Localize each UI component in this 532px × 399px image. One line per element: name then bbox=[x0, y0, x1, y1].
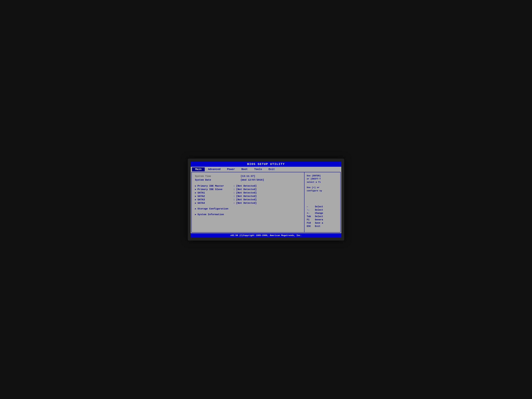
arrow-sata3: ► bbox=[195, 198, 196, 201]
key-f10: F10 bbox=[307, 222, 315, 224]
key-row-plusminus: +- Change bbox=[307, 212, 338, 215]
sata2-label: SATA2 bbox=[197, 195, 233, 198]
sata2-value: [Not Detected] bbox=[236, 195, 257, 198]
sata3-label: SATA3 bbox=[197, 198, 233, 201]
arrow-sata1: ► bbox=[195, 192, 196, 194]
system-date-value[interactable]: [Wed 12/07/2016] bbox=[241, 179, 264, 181]
bios-title: BIOS SETUP UTILITY bbox=[247, 163, 285, 166]
menu-item-boot[interactable]: Boot bbox=[238, 167, 251, 171]
system-time-label: System Time bbox=[195, 175, 241, 178]
system-date-row: System Date [Wed 12/07/2016] bbox=[195, 179, 301, 181]
key-desc-arrows-ud: Select bbox=[315, 209, 323, 211]
sata1-row[interactable]: ► SATA1 : [Not Detected] bbox=[195, 191, 301, 194]
primary-ide-slave-row[interactable]: ► Primary IDE Slave : [Not Detected] bbox=[195, 188, 301, 191]
menu-item-exit[interactable]: Exit bbox=[265, 167, 278, 171]
footer-text: v02.58 (C)Copyright 1985-2009, American … bbox=[230, 234, 302, 237]
left-panel: System Time [13:11:37] System Date [Wed … bbox=[192, 172, 304, 232]
storage-config-row[interactable]: ► Storage Configuration bbox=[195, 208, 301, 210]
system-date-label: System Date bbox=[195, 179, 241, 181]
key-row-tab: Tab Select bbox=[307, 215, 338, 218]
primary-ide-slave-value: [Not Detected] bbox=[236, 188, 257, 191]
sata3-value: [Not Detected] bbox=[236, 198, 257, 201]
key-desc-tab: Select bbox=[315, 215, 323, 218]
main-layout: System Time [13:11:37] System Date [Wed … bbox=[191, 172, 341, 233]
key-row-esc: ESC Exit bbox=[307, 225, 338, 228]
sata2-row[interactable]: ► SATA2 : [Not Detected] bbox=[195, 195, 301, 198]
menu-item-tools[interactable]: Tools bbox=[251, 167, 265, 171]
bios-screen: BIOS SETUP UTILITY Main Advanced Power B… bbox=[191, 162, 341, 238]
primary-ide-master-label: Primary IDE Master bbox=[197, 185, 233, 187]
key-desc-f10: Save a bbox=[315, 222, 323, 224]
key-f1: F1 bbox=[307, 218, 315, 221]
key-row-f10: F10 Save a bbox=[307, 222, 338, 224]
primary-ide-master-row[interactable]: ► Primary IDE Master : [Not Detected] bbox=[195, 185, 301, 187]
storage-config-label: Storage Configuration bbox=[197, 208, 228, 210]
enter-help-text: Use [ENTER] or [SHIFT-T select a fi bbox=[307, 174, 338, 184]
menu-bar: Main Advanced Power Boot Tools Exit bbox=[191, 167, 341, 172]
sata4-value: [Not Detected] bbox=[236, 202, 257, 205]
key-desc-plusminus: Change bbox=[315, 212, 323, 215]
arrow-primary-ide-slave: ► bbox=[195, 188, 196, 191]
arrow-system-info: ► bbox=[195, 213, 196, 216]
right-panel: Use [ENTER] or [SHIFT-T select a fi Use … bbox=[304, 172, 340, 232]
key-tab: Tab bbox=[307, 215, 315, 218]
arrow-primary-ide-master: ► bbox=[195, 185, 196, 187]
key-esc: ESC bbox=[307, 225, 315, 228]
system-time-value[interactable]: [13:11:37] bbox=[241, 175, 255, 178]
key-help-section: ↔ Select ↑↓ Select +- Change Tab Select bbox=[307, 205, 338, 228]
plus-help-text: Use [+] or configure sy bbox=[307, 186, 338, 192]
sata1-label: SATA1 bbox=[197, 191, 233, 194]
key-desc-f1: Genera bbox=[315, 218, 323, 221]
footer: v02.58 (C)Copyright 1985-2009, American … bbox=[191, 233, 341, 238]
menu-item-power[interactable]: Power bbox=[224, 167, 238, 171]
key-row-arrows-lr: ↔ Select bbox=[307, 205, 338, 208]
menu-item-main[interactable]: Main bbox=[192, 167, 205, 171]
menu-item-advanced[interactable]: Advanced bbox=[205, 167, 224, 171]
primary-ide-slave-label: Primary IDE Slave bbox=[197, 188, 233, 191]
arrow-sata2: ► bbox=[195, 195, 196, 197]
system-info-row[interactable]: ► System Information bbox=[195, 213, 301, 216]
sata4-label: SATA4 bbox=[197, 202, 233, 205]
sata3-row[interactable]: ► SATA3 : [Not Detected] bbox=[195, 198, 301, 201]
key-desc-arrows-lr: Select bbox=[315, 205, 323, 208]
arrow-sata4: ► bbox=[195, 202, 196, 204]
arrow-storage-config: ► bbox=[195, 208, 196, 210]
key-row-arrows-ud: ↑↓ Select bbox=[307, 209, 338, 211]
sata4-row[interactable]: ► SATA4 : [Not Detected] bbox=[195, 202, 301, 205]
monitor: BIOS SETUP UTILITY Main Advanced Power B… bbox=[188, 158, 344, 241]
key-arrows-ud: ↑↓ bbox=[307, 209, 315, 211]
key-desc-esc: Exit bbox=[315, 225, 320, 228]
primary-ide-master-value: [Not Detected] bbox=[236, 185, 257, 187]
key-arrows-lr: ↔ bbox=[307, 205, 315, 208]
sata1-value: [Not Detected] bbox=[236, 191, 257, 194]
system-info-label: System Information bbox=[197, 213, 224, 216]
key-row-f1: F1 Genera bbox=[307, 218, 338, 221]
system-time-row: System Time [13:11:37] bbox=[195, 175, 301, 178]
title-bar: BIOS SETUP UTILITY bbox=[191, 162, 341, 167]
key-plusminus: +- bbox=[307, 212, 315, 215]
